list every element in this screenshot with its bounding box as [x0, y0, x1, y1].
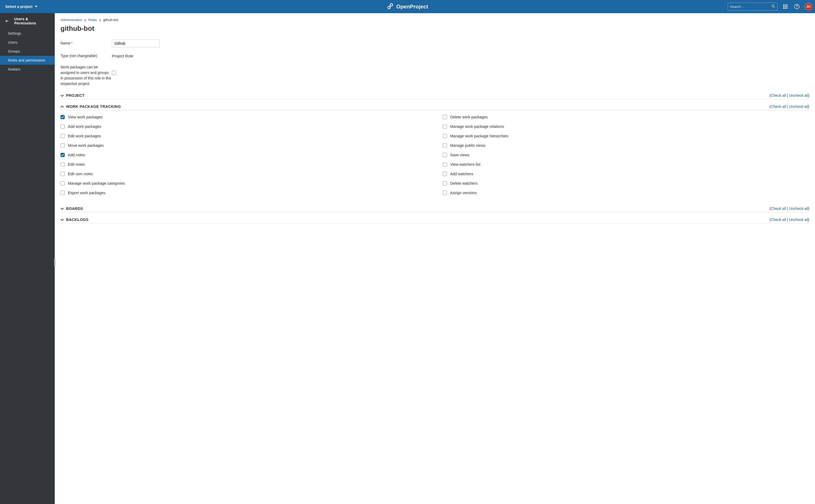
permission-checkbox[interactable]	[443, 172, 447, 176]
permission-delete-work-packages: Delete work packages	[443, 115, 809, 119]
section-toggle-work-package-tracking[interactable]: Work package tracking	[61, 104, 121, 109]
sidebar-item-roles-and-permissions[interactable]: Roles and permissions	[0, 56, 55, 65]
breadcrumb: Administration Roles github-bot	[61, 18, 809, 22]
brand: OpenProject	[387, 3, 428, 11]
check-all-links: (Check all | Uncheck all)	[769, 206, 809, 211]
sidebar-item-avatars[interactable]: Avatars	[0, 65, 55, 74]
permission-add-watchers: Add watchers	[443, 172, 809, 176]
section-title: Boards	[66, 206, 83, 211]
permission-edit-own-notes: Edit own notes	[61, 172, 427, 176]
check-all-link[interactable]: Check all	[771, 93, 786, 98]
brand-name: OpenProject	[396, 4, 428, 10]
back-arrow-icon[interactable]	[5, 19, 9, 23]
uncheck-all-link[interactable]: Uncheck all	[789, 93, 808, 98]
permission-checkbox[interactable]	[443, 143, 447, 148]
uncheck-all-link[interactable]: Uncheck all	[789, 104, 808, 109]
form-row-type: Type (not changeable) Project Role	[61, 52, 809, 58]
sidebar-item-groups[interactable]: Groups	[0, 47, 55, 56]
breadcrumb-roles[interactable]: Roles	[88, 18, 97, 22]
apps-grid-icon[interactable]	[781, 3, 789, 11]
permission-checkbox[interactable]	[61, 143, 65, 148]
topbar-right: JU	[728, 3, 812, 11]
user-avatar[interactable]: JU	[804, 3, 812, 11]
permission-label: Add notes	[68, 153, 85, 157]
chevron-down-icon	[61, 218, 64, 221]
permission-edit-notes: Edit notes	[61, 162, 427, 167]
topbar: Select a project OpenProject	[0, 0, 815, 13]
permissions-grid-work-package-tracking: View work packagesAdd work packagesEdit …	[61, 110, 809, 201]
breadcrumb-administration[interactable]: Administration	[61, 18, 82, 22]
required-star: *	[71, 41, 72, 45]
uncheck-all-link[interactable]: Uncheck all	[789, 206, 808, 211]
permission-label: View watchers list	[450, 162, 480, 167]
permission-checkbox[interactable]	[443, 153, 447, 157]
project-selector[interactable]: Select a project	[3, 3, 40, 10]
permission-label: Manage work package relations	[450, 124, 504, 129]
svg-rect-6	[785, 6, 786, 7]
permission-assign-versions: Assign versions	[443, 191, 809, 195]
section-header-project: Project(Check all | Uncheck all)	[61, 91, 809, 99]
sidebar-title: Users & Permissions	[14, 17, 50, 25]
section-toggle-backlogs[interactable]: Backlogs	[61, 218, 88, 222]
permissions-col-left: View work packagesAdd work packagesEdit …	[61, 115, 427, 195]
permission-checkbox[interactable]	[61, 115, 65, 119]
name-input[interactable]	[112, 39, 160, 47]
permission-checkbox[interactable]	[443, 115, 447, 119]
permission-delete-watchers: Delete watchers	[443, 181, 809, 185]
permission-checkbox[interactable]	[443, 134, 447, 138]
check-all-links: (Check all | Uncheck all)	[769, 218, 809, 222]
chevron-up-icon	[61, 105, 64, 108]
sidebar-resize-handle[interactable]	[54, 259, 56, 266]
breadcrumb-current: github-bot	[103, 18, 118, 22]
permission-add-work-packages: Add work packages	[61, 124, 427, 129]
svg-point-1	[772, 5, 774, 7]
permission-checkbox[interactable]	[61, 134, 65, 138]
type-label: Type (not changeable)	[61, 52, 112, 58]
permission-label: Add watchers	[450, 172, 473, 176]
sidebar-item-users[interactable]: Users	[0, 38, 55, 47]
wp-assignable-checkbox[interactable]	[112, 71, 116, 75]
section-header-boards: Boards(Check all | Uncheck all)	[61, 204, 809, 212]
svg-rect-2	[783, 4, 784, 6]
permission-checkbox[interactable]	[443, 191, 447, 195]
permission-checkbox[interactable]	[61, 162, 65, 167]
check-all-link[interactable]: Check all	[771, 206, 786, 211]
permission-checkbox[interactable]	[61, 124, 65, 129]
permission-manage-work-package-categories: Manage work package categories	[61, 181, 427, 185]
search-box[interactable]	[728, 3, 778, 11]
caret-down-icon	[35, 5, 37, 8]
sidebar: Users & Permissions SettingsUsersGroupsR…	[0, 13, 55, 504]
permission-manage-public-views: Manage public views	[443, 143, 809, 148]
permission-checkbox[interactable]	[443, 162, 447, 167]
svg-rect-3	[785, 4, 786, 6]
permission-label: Delete watchers	[450, 181, 477, 185]
permission-label: Manage public views	[450, 143, 486, 148]
svg-rect-4	[786, 4, 787, 6]
permission-label: Add work packages	[68, 124, 101, 129]
permission-checkbox[interactable]	[61, 153, 65, 157]
permission-label: Edit notes	[68, 162, 85, 167]
main-content: Administration Roles github-bot github-b…	[55, 13, 815, 504]
section-toggle-boards[interactable]: Boards	[61, 206, 83, 211]
permission-checkbox[interactable]	[61, 172, 65, 176]
check-all-link[interactable]: Check all	[771, 104, 786, 109]
permission-add-notes: Add notes	[61, 153, 427, 157]
permission-manage-work-package-hierarchies: Manage work package hierarchies	[443, 134, 809, 138]
search-input[interactable]	[730, 5, 771, 9]
breadcrumb-sep-icon	[84, 18, 86, 22]
name-label: Name*	[61, 39, 112, 45]
permission-label: View work packages	[68, 115, 103, 119]
permission-checkbox[interactable]	[443, 181, 447, 185]
permission-checkbox[interactable]	[443, 124, 447, 129]
check-all-link[interactable]: Check all	[771, 218, 786, 222]
help-icon[interactable]	[793, 3, 801, 11]
uncheck-all-link[interactable]: Uncheck all	[789, 218, 808, 222]
check-all-links: (Check all | Uncheck all)	[769, 93, 809, 98]
section-toggle-project[interactable]: Project	[61, 93, 85, 98]
svg-rect-8	[783, 8, 784, 9]
permission-checkbox[interactable]	[61, 191, 65, 195]
sidebar-item-settings[interactable]: Settings	[0, 29, 55, 38]
permission-label: Assign versions	[450, 191, 477, 195]
permission-checkbox[interactable]	[61, 181, 65, 185]
sidebar-nav: SettingsUsersGroupsRoles and permissions…	[0, 28, 55, 74]
